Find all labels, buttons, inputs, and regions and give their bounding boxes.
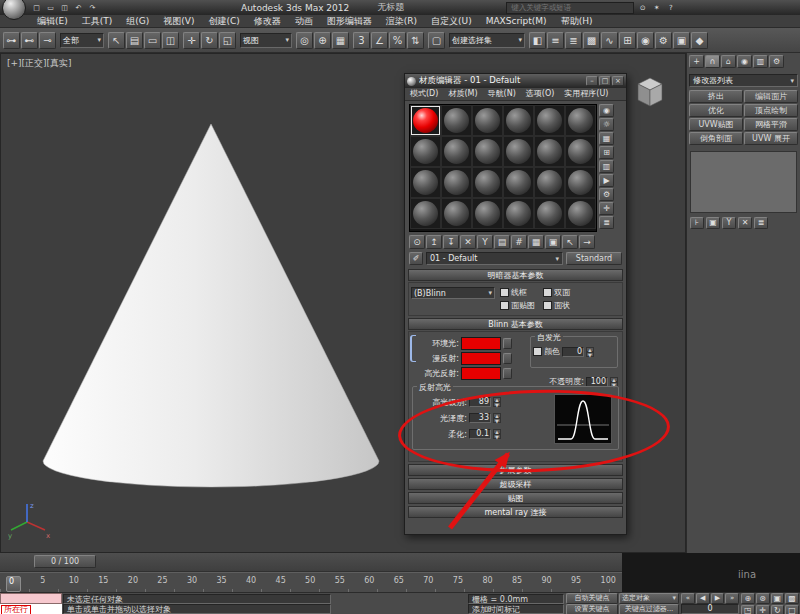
material-sample-slot[interactable] (441, 198, 472, 229)
render-setup-icon[interactable]: ⚙ (655, 32, 672, 49)
material-sample-slot[interactable] (534, 198, 565, 229)
menu-item[interactable]: 帮助(H) (554, 15, 600, 28)
checkbox-box[interactable] (500, 288, 509, 297)
modifier-button[interactable]: UVW 展开 (744, 132, 798, 145)
modifier-button[interactable]: 网格平滑 (744, 118, 798, 131)
viewcube[interactable] (630, 72, 670, 112)
schematic-view-icon[interactable]: ⊞ (619, 32, 636, 49)
set-key-button[interactable]: 设置关键点 (566, 604, 618, 614)
material-sample-slot[interactable] (441, 105, 472, 136)
angle-snap-icon[interactable]: ∠ (371, 32, 388, 49)
modifier-button[interactable]: 倒角剖面 (689, 132, 743, 145)
menu-item[interactable]: 创建(C) (201, 15, 246, 28)
video-color-check-icon[interactable]: ▥ (599, 160, 614, 173)
material-type-button[interactable]: Standard (566, 252, 622, 265)
select-and-move-icon[interactable]: ✛ (183, 32, 200, 49)
collapsed-rollout[interactable]: 扩展参数 (408, 464, 623, 476)
modifier-button[interactable]: 编辑面片 (744, 90, 798, 103)
show-in-viewport-icon[interactable]: ▦ (528, 235, 544, 249)
maximize-viewport-icon[interactable]: □ (785, 605, 799, 614)
get-material-icon[interactable]: ⊙ (409, 235, 425, 249)
open-file-icon[interactable]: ▭ (44, 2, 57, 13)
material-sample-slot[interactable] (503, 136, 534, 167)
sample-type-icon[interactable]: ◉ (599, 104, 614, 117)
specular-param-value[interactable]: 33 (469, 413, 491, 423)
color-swatch[interactable] (461, 352, 501, 365)
material-sample-slot[interactable] (534, 136, 565, 167)
spinner-snap-icon[interactable]: ⇅ (407, 32, 424, 49)
percent-snap-icon[interactable]: % (389, 32, 406, 49)
material-editor-icon[interactable]: ◉ (637, 32, 654, 49)
material-editor-titlebar[interactable]: 材质编辑器 - 01 - Default –□× (405, 74, 626, 88)
material-sample-slot[interactable] (565, 105, 596, 136)
select-and-rotate-icon[interactable]: ↻ (201, 32, 218, 49)
spinner-arrows[interactable]: ▲▼ (586, 347, 594, 357)
lock-icon[interactable] (503, 353, 512, 364)
make-unique-icon[interactable]: Y (477, 235, 493, 249)
render-icon[interactable]: ◆ (691, 32, 708, 49)
shader-checkbox[interactable]: 线框 (500, 287, 535, 298)
put-to-library-icon[interactable]: ▤ (494, 235, 510, 249)
rectangular-selection-icon[interactable]: ▭ (144, 32, 161, 49)
specular-param-value[interactable]: 89 (469, 397, 491, 407)
go-end-icon[interactable]: » (725, 593, 739, 604)
make-unique-icon[interactable]: Y (722, 217, 736, 229)
new-scene-icon[interactable]: □ (30, 2, 43, 13)
help-icon[interactable]: ? (664, 2, 677, 13)
assign-to-selection-icon[interactable]: ↧ (443, 235, 459, 249)
rendered-frame-icon[interactable]: ▣ (673, 32, 690, 49)
specular-param-value[interactable]: 0.1 (469, 429, 491, 439)
zoom-extents-all-icon[interactable]: ▩ (785, 593, 799, 604)
material-editor-menu-item[interactable]: 导航(N) (483, 88, 521, 100)
coord-system-dropdown[interactable]: 视图▾ (240, 33, 292, 48)
maxscript-mini-listener-macro[interactable] (0, 593, 62, 604)
tab-utilities[interactable]: ⚙ (769, 55, 784, 68)
keyboard-override-icon[interactable]: ▦ (332, 32, 349, 49)
spinner-arrows[interactable]: ▲▼ (493, 397, 501, 407)
pick-material-icon[interactable]: ✐ (409, 252, 423, 265)
zoom-extents-icon[interactable]: ▣ (771, 593, 785, 604)
prev-frame-icon[interactable]: ◀ (696, 593, 710, 604)
modifier-stack[interactable] (690, 151, 797, 213)
material-sample-slot[interactable] (534, 105, 565, 136)
material-sample-slot[interactable] (565, 167, 596, 198)
graphite-ribbon-icon[interactable]: ▩ (583, 32, 600, 49)
background-icon[interactable]: ▦ (599, 132, 614, 145)
menu-item[interactable]: 编辑(E) (30, 15, 75, 28)
material-sample-slot[interactable] (410, 167, 441, 198)
play-icon[interactable]: ▶ (711, 593, 725, 604)
color-swatch[interactable] (461, 337, 501, 350)
material-sample-slot[interactable] (441, 167, 472, 198)
edit-named-selections-icon[interactable]: ▢ (428, 32, 445, 49)
zoom-icon[interactable]: ⊕ (741, 593, 755, 604)
opacity-value[interactable]: 100 (586, 377, 608, 387)
material-sample-slot[interactable] (534, 167, 565, 198)
show-end-result-icon[interactable]: ▣ (545, 235, 561, 249)
sample-tiling-icon[interactable]: ⊞ (599, 146, 614, 159)
material-id-icon[interactable]: # (511, 235, 527, 249)
material-sample-slot[interactable] (410, 198, 441, 229)
shader-checkbox[interactable]: 面状 (543, 300, 578, 311)
material-editor-menu-item[interactable]: 模式(D) (405, 88, 443, 100)
orbit-icon[interactable]: ↻ (771, 605, 785, 614)
menu-item[interactable]: 组(G) (119, 15, 156, 28)
go-start-icon[interactable]: « (681, 593, 695, 604)
backlight-icon[interactable]: ☼ (599, 118, 614, 131)
spinner-arrows[interactable]: ▲▼ (610, 377, 618, 387)
material-name-dropdown[interactable]: 01 - Default▾ (426, 252, 563, 265)
unlink-selection-icon[interactable]: ⊷ (21, 32, 38, 49)
material-sample-slot[interactable] (472, 167, 503, 198)
material-sample-slot[interactable] (410, 136, 441, 167)
tab-hierarchy[interactable]: ⌂ (721, 55, 736, 68)
align-icon[interactable]: ≡ (547, 32, 564, 49)
lock-icon[interactable] (503, 338, 512, 349)
selection-filter-dropdown[interactable]: 全部▾ (60, 33, 104, 48)
maximize-button[interactable]: □ (599, 76, 611, 86)
track-bar[interactable]: 0510152025303540455055606570758085909510… (0, 572, 622, 592)
checkbox-box[interactable] (500, 301, 509, 310)
named-selection-dropdown[interactable]: 创建选择集▾ (449, 33, 525, 48)
tab-display[interactable]: ▥ (753, 55, 768, 68)
pan-icon[interactable]: ✛ (756, 605, 770, 614)
material-sample-slot[interactable] (410, 105, 441, 136)
viewport-label[interactable]: [+][正交][真实] (7, 57, 72, 70)
